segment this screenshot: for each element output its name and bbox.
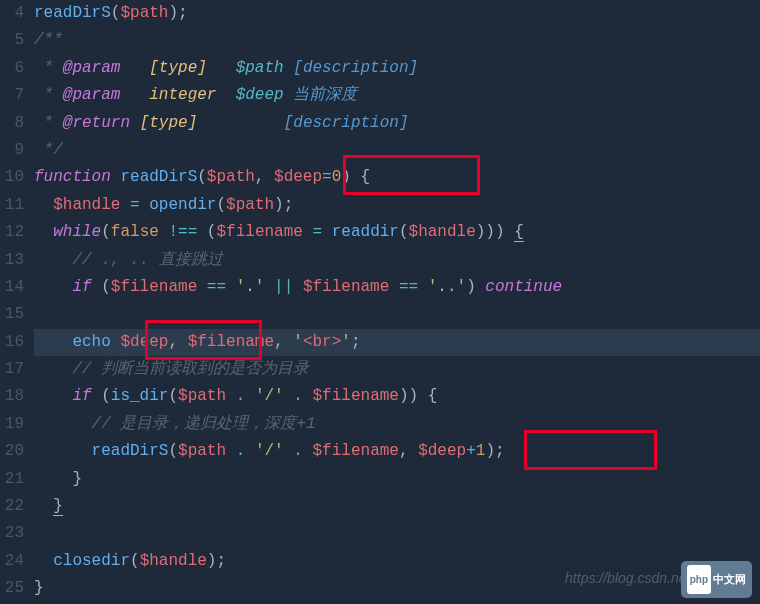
code-token: $deep [120,333,168,351]
code-token: 当前深度 [293,86,357,104]
code-line: readDirS($path); [34,0,760,27]
code-token [284,86,294,104]
code-line: // ., .. 直接跳过 [34,247,760,274]
code-token [197,278,207,296]
code-token: $filename [313,442,399,460]
code-token: * [34,114,63,132]
code-token: [type] [149,59,207,77]
code-token: $path [236,59,284,77]
line-number: 19 [0,411,24,438]
code-token: function [34,168,111,186]
code-token: if [72,387,91,405]
code-token: = [130,196,140,214]
code-token [120,59,149,77]
code-token: ); [485,442,504,460]
line-number: 16 [0,329,24,356]
code-token: $path [226,196,274,214]
line-number: 9 [0,137,24,164]
code-line: /** [34,27,760,54]
logo-suffix: 中文网 [713,566,746,593]
code-token: . [293,442,303,460]
code-line: echo $deep, $filename, '<br>'; [34,329,760,356]
code-token: if [72,278,91,296]
code-line: while(false !== ($filename = readdir($ha… [34,219,760,246]
code-token [130,114,140,132]
code-line: } [34,466,760,493]
code-token: $path [178,442,226,460]
code-token: ( [111,4,121,22]
code-token: || [274,278,293,296]
code-token: [description] [293,59,418,77]
code-token: $deep [236,86,284,104]
code-token: = [313,223,323,241]
code-token [418,278,428,296]
code-token: <br> [303,333,341,351]
code-token [111,333,121,351]
logo-prefix: php [687,565,711,594]
line-number: 12 [0,219,24,246]
line-number: 10 [0,164,24,191]
code-token [303,387,313,405]
code-token: ( [168,442,178,460]
line-number: 14 [0,274,24,301]
code-token [34,552,53,570]
code-line: // 判断当前读取到的是否为目录 [34,356,760,383]
code-token: continue [485,278,562,296]
code-line: function readDirS($path, $deep=0) { [34,164,760,191]
line-number: 4 [0,0,24,27]
code-token: @param [63,59,121,77]
line-number-gutter: 45678910111213141516171819202122232425 [0,0,34,604]
code-token: $handle [409,223,476,241]
code-token: + [466,442,476,460]
code-token [34,524,44,542]
code-token [226,442,236,460]
code-token: ( [197,168,207,186]
code-token: } [34,470,82,488]
code-token [34,497,53,515]
code-token: = [322,168,332,186]
code-token [34,196,53,214]
code-token: , [255,168,274,186]
code-token: // ., .. 直接跳过 [72,251,222,269]
line-number: 13 [0,247,24,274]
code-token: // 判断当前读取到的是否为目录 [72,360,309,378]
code-token [216,86,235,104]
code-token: readdir [332,223,399,241]
code-token [322,223,332,241]
code-token: )) { [399,387,437,405]
code-token: opendir [149,196,216,214]
code-token: // 是目录，递归处理，深度+1 [92,415,316,433]
code-token: while [53,223,101,241]
code-token [207,59,236,77]
code-token: ); [168,4,187,22]
code-token: readDirS [92,442,169,460]
code-token: , [168,333,187,351]
code-token: @param [63,86,121,104]
code-token: ( [92,278,111,296]
line-number: 6 [0,55,24,82]
code-token: ( [399,223,409,241]
code-token: is_dir [111,387,169,405]
code-token [159,223,169,241]
code-token [303,442,313,460]
code-token [120,196,130,214]
code-token: . [293,387,303,405]
code-token: == [399,278,418,296]
code-token: false [111,223,159,241]
code-token: $path [178,387,226,405]
code-token [34,387,72,405]
line-number: 7 [0,82,24,109]
code-token [111,168,121,186]
line-number: 17 [0,356,24,383]
code-token: ' [293,333,303,351]
code-token: * [34,86,63,104]
code-token: * [34,59,63,77]
code-token [284,387,294,405]
code-token: /** [34,31,63,49]
code-token: '/' [255,442,284,460]
code-token [140,196,150,214]
code-token: ( [92,387,111,405]
code-token: ( [168,387,178,405]
code-token: ); [274,196,293,214]
code-token: '/' [255,387,284,405]
